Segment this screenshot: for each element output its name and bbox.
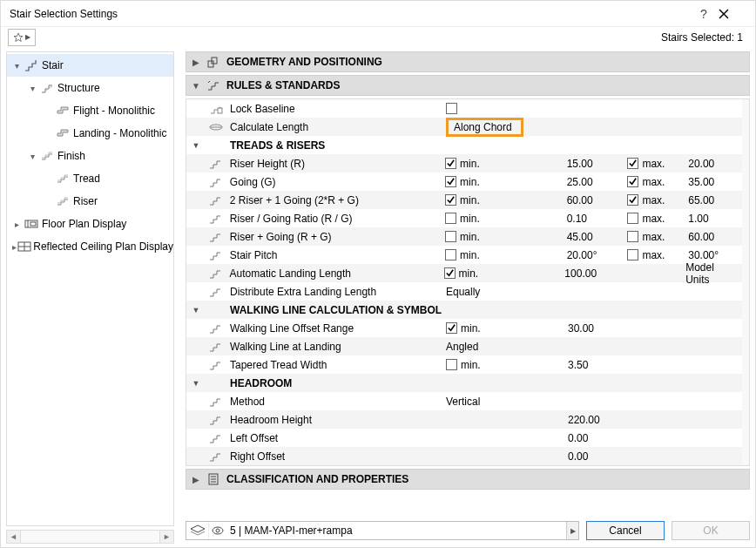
length-icon xyxy=(206,122,226,132)
min-value[interactable]: 100.00 xyxy=(564,267,624,280)
rule-value[interactable]: Vertical xyxy=(446,396,568,408)
favorites-button[interactable]: ▶ xyxy=(8,29,36,46)
checkbox[interactable] xyxy=(627,194,638,206)
min-label: min. xyxy=(459,267,479,280)
tree-icon xyxy=(23,219,40,229)
help-button[interactable]: ? xyxy=(689,7,719,21)
cancel-button[interactable]: Cancel xyxy=(586,521,665,540)
tree-item[interactable]: ▾Structure xyxy=(7,77,173,99)
checkbox[interactable] xyxy=(627,158,638,169)
max-value[interactable]: 60.00 xyxy=(688,231,740,243)
max-value[interactable]: 30.00° xyxy=(688,249,740,261)
min-value[interactable]: 30.00 xyxy=(568,322,629,335)
section-geometry[interactable]: ▶ GEOMETRY AND POSITIONING xyxy=(186,51,750,72)
tree-arrow-icon: ▸ xyxy=(10,242,17,252)
tree-item[interactable]: ▾Finish xyxy=(7,145,173,167)
max-value[interactable]: 35.00 xyxy=(688,176,740,188)
checkbox[interactable] xyxy=(627,231,638,242)
num-value[interactable]: 220.00 xyxy=(568,414,629,426)
rule-icon xyxy=(206,231,226,243)
min-value[interactable]: 45.00 xyxy=(567,231,628,243)
min-label: min. xyxy=(460,249,480,261)
rule-label: Walking Line Offset Range xyxy=(226,322,446,335)
tree-item[interactable]: Riser xyxy=(7,190,173,213)
chevron-right-icon: ▶ xyxy=(186,475,206,484)
chevron-right-icon: ▶ xyxy=(186,58,206,67)
checkbox[interactable] xyxy=(445,176,456,187)
checkbox[interactable] xyxy=(446,359,457,370)
max-value[interactable]: 65.00 xyxy=(688,194,740,206)
rule-icon xyxy=(206,249,226,261)
checkbox[interactable] xyxy=(444,267,456,279)
layer-stack-icon xyxy=(186,522,209,539)
checkbox[interactable] xyxy=(627,249,638,260)
scroll-track[interactable] xyxy=(21,531,159,543)
section-rules[interactable]: ▼ RULES & STANDARDS xyxy=(186,75,750,96)
rule-label: Riser + Going (R + G) xyxy=(226,231,445,243)
rule-value[interactable]: Angled xyxy=(446,341,568,353)
tree-item[interactable]: Tread xyxy=(7,167,173,190)
chevron-down-icon[interactable]: ▼ xyxy=(186,379,206,388)
rules-row: 2 Riser + 1 Going (2*R + G)min.60.00max.… xyxy=(186,191,749,209)
checkbox[interactable] xyxy=(627,213,638,224)
tree-item[interactable]: ▾Stair xyxy=(7,54,173,77)
checkbox[interactable] xyxy=(446,322,457,334)
checkbox[interactable] xyxy=(445,194,456,206)
checkbox[interactable] xyxy=(627,176,638,187)
tree-item[interactable]: Flight - Monolithic xyxy=(7,99,173,122)
checkbox[interactable] xyxy=(445,249,456,260)
num-value[interactable]: 0.00 xyxy=(568,432,629,444)
rules-row: ▼TREADS & RISERS xyxy=(186,136,749,154)
tree-icon xyxy=(23,59,40,71)
min-value[interactable]: 0.10 xyxy=(567,213,628,225)
checkbox[interactable] xyxy=(445,231,456,242)
rule-label: Going (G) xyxy=(226,176,445,188)
min-value[interactable]: 15.00 xyxy=(567,158,628,170)
tree-label: Stair xyxy=(40,59,64,71)
eye-icon xyxy=(209,526,226,535)
num-value[interactable]: 0.00 xyxy=(568,450,629,463)
rule-value[interactable]: Equally xyxy=(446,286,568,298)
rules-row: Riser / Going Ratio (R / G)min.0.10max.1… xyxy=(186,209,749,227)
rule-label: 2 Riser + 1 Going (2*R + G) xyxy=(226,194,445,206)
rule-label: Right Offset xyxy=(226,450,446,463)
rule-icon xyxy=(206,194,226,206)
tree-item[interactable]: ▸Floor Plan Display xyxy=(7,213,173,235)
scroll-left-icon[interactable]: ◄ xyxy=(7,531,21,543)
rules-row: Riser Height (R)min.15.00max.20.00 xyxy=(186,154,749,173)
close-button[interactable] xyxy=(719,9,748,19)
tree-item[interactable]: Landing - Monolithic xyxy=(7,122,173,145)
max-value[interactable]: 1.00 xyxy=(688,213,740,225)
checkbox[interactable] xyxy=(446,103,457,114)
calc-length-value[interactable]: Along Chord xyxy=(446,118,523,137)
tree-icon xyxy=(17,241,31,252)
scroll-right-icon[interactable]: ► xyxy=(159,531,173,543)
min-label: min. xyxy=(460,231,480,243)
max-value[interactable]: 20.00 xyxy=(688,158,740,170)
min-value[interactable]: 25.00 xyxy=(567,176,628,188)
checkbox[interactable] xyxy=(445,213,456,224)
rule-label: Tapered Tread Width xyxy=(226,359,446,371)
vertical-scrollbar[interactable] xyxy=(742,99,749,465)
subsection-header: WALKING LINE CALCULATION & SYMBOL xyxy=(226,304,446,316)
tree-item[interactable]: ▸Reflected Ceiling Plan Display xyxy=(7,235,173,258)
layer-selector[interactable]: 5 | MAM-YAPI-mer+rampa ▶ xyxy=(186,521,579,540)
checkbox[interactable] xyxy=(445,158,456,169)
chevron-right-icon[interactable]: ▶ xyxy=(566,522,578,539)
tree-label: Reflected Ceiling Plan Display xyxy=(31,240,173,253)
rules-row: Headroom Height220.00 xyxy=(186,410,749,429)
rule-label: Walking Line at Landing xyxy=(226,341,446,353)
section-classification[interactable]: ▶ CLASSIFICATION AND PROPERTIES xyxy=(186,469,750,490)
dialog-title: Stair Selection Settings xyxy=(8,8,689,20)
chevron-down-icon[interactable]: ▼ xyxy=(186,141,206,150)
rule-icon xyxy=(206,359,226,371)
min-value[interactable]: 20.00° xyxy=(567,249,628,261)
tree-arrow-icon: ▸ xyxy=(10,220,23,229)
sidebar-hscroll[interactable]: ◄ ► xyxy=(6,530,174,544)
min-label: min. xyxy=(460,176,480,188)
min-value[interactable]: 3.50 xyxy=(568,359,629,371)
geometry-icon xyxy=(206,56,221,68)
chevron-down-icon[interactable]: ▼ xyxy=(186,306,206,315)
min-value[interactable]: 60.00 xyxy=(567,194,628,206)
rule-label: Distribute Extra Landing Length xyxy=(226,286,446,298)
